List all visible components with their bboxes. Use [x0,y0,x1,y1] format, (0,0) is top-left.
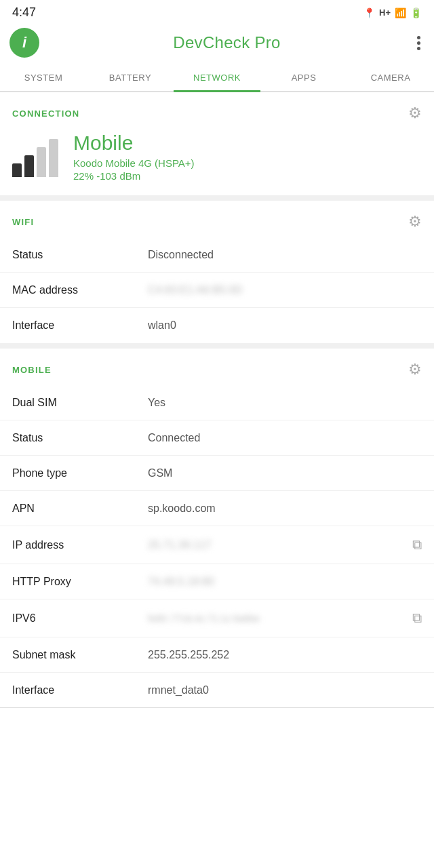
mobile-dual-sim-value: Yes [148,397,422,409]
mobile-phone-type-value: GSM [148,467,422,479]
tab-camera[interactable]: CAMERA [347,63,434,91]
location-icon: 📍 [363,7,375,18]
mobile-proxy-row: HTTP Proxy 74.49.5.18:80 [0,564,434,599]
wifi-section: WIFI Status Disconnected MAC address C4:… [0,201,434,343]
battery-icon: 🔋 [410,7,422,18]
mobile-interface-row: Interface rmnet_data0 [0,673,434,708]
mobile-ip-label: IP address [12,539,148,551]
mobile-status-row: Status Connected [0,420,434,456]
tab-bar: SYSTEM BATTERY NETWORK APPS CAMERA [0,63,434,92]
status-time: 4:47 [12,5,36,20]
signal-bar-1 [12,163,22,177]
info-button[interactable]: i [9,28,39,58]
mobile-phone-type-label: Phone type [12,467,148,479]
connection-title: CONNECTION [12,108,79,119]
signal-icon: 📶 [395,7,406,18]
mobile-subnet-label: Subnet mask [12,649,148,661]
app-bar: i DevCheck Pro [0,22,434,63]
tab-system[interactable]: SYSTEM [0,63,87,91]
wifi-settings-icon[interactable] [408,213,422,231]
mobile-subnet-row: Subnet mask 255.255.255.252 [0,637,434,673]
info-label: i [22,34,26,52]
mobile-ip-row: IP address 25.71.39.117 ⧉ [0,526,434,564]
mobile-ip-value: 25.71.39.117 [148,539,407,551]
mobile-subnet-value: 255.255.255.252 [148,649,422,661]
mobile-ip-copy-icon[interactable]: ⧉ [412,537,422,553]
status-bar: 4:47 📍 H+ 📶 🔋 [0,0,434,22]
mobile-dual-sim-label: Dual SIM [12,397,148,409]
wifi-status-label: Status [12,249,148,261]
connection-settings-icon[interactable] [408,104,422,122]
mobile-ipv6-label: IPV6 [12,612,148,625]
mobile-ipv6-value: fe80::77cb:4c:71:1c:9a6be [148,613,407,624]
mobile-ipv6-row: IPV6 fe80::77cb:4c:71:1c:9a6be ⧉ [0,599,434,637]
connection-header: CONNECTION [0,92,434,129]
connection-block: Mobile Koodo Mobile 4G (HSPA+) 22% -103 … [0,129,434,195]
mobile-proxy-value: 74.49.5.18:80 [148,576,422,588]
wifi-mac-row: MAC address C4:83:E1:A6:B5:0D [0,273,434,308]
tab-apps[interactable]: APPS [260,63,347,91]
tab-network[interactable]: NETWORK [174,63,260,91]
mobile-apn-label: APN [12,502,148,515]
connection-type: Mobile [73,132,195,155]
mobile-apn-value: sp.koodo.com [148,502,422,515]
app-title: DevCheck Pro [173,33,280,52]
mobile-interface-value: rmnet_data0 [148,684,422,696]
mobile-section: MOBILE Dual SIM Yes Status Connected Pho… [0,349,434,708]
mobile-proxy-label: HTTP Proxy [12,576,148,588]
signal-bar-4 [49,139,58,177]
wifi-interface-row: Interface wlan0 [0,308,434,343]
wifi-status-row: Status Disconnected [0,237,434,273]
wifi-interface-label: Interface [12,319,148,332]
status-icons: 📍 H+ 📶 🔋 [363,7,422,18]
wifi-mac-value: C4:83:E1:A6:B5:0D [148,284,422,296]
overflow-menu-button[interactable] [414,32,423,54]
wifi-title: WIFI [12,217,34,227]
connection-carrier: Koodo Mobile 4G (HSPA+) [73,157,195,169]
wifi-header: WIFI [0,201,434,237]
mobile-settings-icon[interactable] [408,361,422,378]
mobile-apn-row: APN sp.koodo.com [0,491,434,526]
wifi-mac-label: MAC address [12,284,148,296]
mobile-phone-type-row: Phone type GSM [0,456,434,491]
section-divider-1 [0,195,434,201]
wifi-status-value: Disconnected [148,249,422,261]
mobile-header: MOBILE [0,349,434,385]
mobile-ipv6-copy-icon[interactable]: ⧉ [412,610,422,626]
mobile-dual-sim-row: Dual SIM Yes [0,385,434,420]
section-divider-2 [0,343,434,349]
wifi-interface-value: wlan0 [148,319,422,332]
signal-bar-3 [37,147,46,177]
mobile-interface-label: Interface [12,684,148,696]
network-type-icon: H+ [379,7,391,18]
signal-bars [12,136,58,177]
connection-stats: 22% -103 dBm [73,170,195,182]
signal-bar-2 [24,155,34,177]
connection-section: CONNECTION Mobile Koodo Mobile 4G (HSPA+… [0,92,434,195]
mobile-status-value: Connected [148,432,422,444]
tab-battery[interactable]: BATTERY [87,63,174,91]
connection-info: Mobile Koodo Mobile 4G (HSPA+) 22% -103 … [73,132,195,182]
mobile-status-label: Status [12,432,148,444]
mobile-title: MOBILE [12,365,52,375]
